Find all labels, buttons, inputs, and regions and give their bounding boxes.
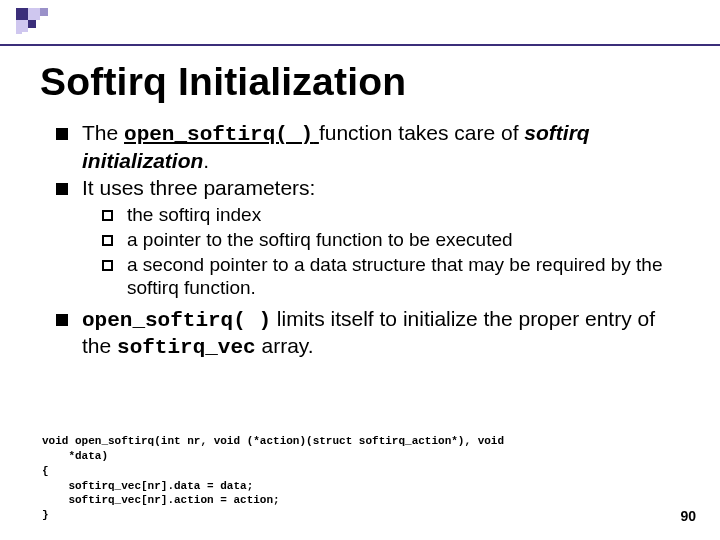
- text: pointer to the softirq function to be ex…: [138, 229, 513, 250]
- outline-square-bullet-icon: [102, 210, 113, 221]
- text: It uses three parameters:: [82, 175, 315, 201]
- text: a: [127, 229, 138, 250]
- sub-bullet-item: a pointer to the softirq function to be …: [102, 228, 676, 251]
- text: second pointer to a data structure that …: [127, 254, 663, 298]
- text: softirq index: [153, 204, 261, 225]
- square-bullet-icon: [56, 183, 68, 195]
- page-number: 90: [680, 508, 696, 524]
- sub-bullet-item: a second pointer to a data structure tha…: [102, 253, 676, 299]
- slide-decoration: [16, 8, 76, 48]
- text: .: [203, 149, 209, 172]
- square-bullet-icon: [56, 314, 68, 326]
- text: The: [82, 121, 124, 144]
- code-block: void open_softirq(int nr, void (*action)…: [42, 434, 682, 523]
- text: the: [127, 204, 153, 225]
- bullet-item: open_softirq( ) limits itself to initial…: [56, 306, 676, 361]
- slide-title: Softirq Initialization: [40, 60, 406, 104]
- outline-square-bullet-icon: [102, 260, 113, 271]
- square-bullet-icon: [56, 128, 68, 140]
- bullet-item: The open_softirq( ) function takes care …: [56, 120, 676, 173]
- horizontal-rule: [0, 44, 720, 46]
- text: array.: [256, 334, 314, 357]
- bullet-item: It uses three parameters:: [56, 175, 676, 201]
- outline-square-bullet-icon: [102, 235, 113, 246]
- sub-bullet-item: the softirq index: [102, 203, 676, 226]
- function-name: open_softirq( ): [124, 123, 313, 146]
- text: a: [127, 254, 138, 275]
- function-name: open_softirq( ): [82, 309, 271, 332]
- array-name: softirq_vec: [117, 336, 256, 359]
- slide-body: The open_softirq( ) function takes care …: [56, 120, 676, 363]
- text: function takes care of: [319, 121, 524, 144]
